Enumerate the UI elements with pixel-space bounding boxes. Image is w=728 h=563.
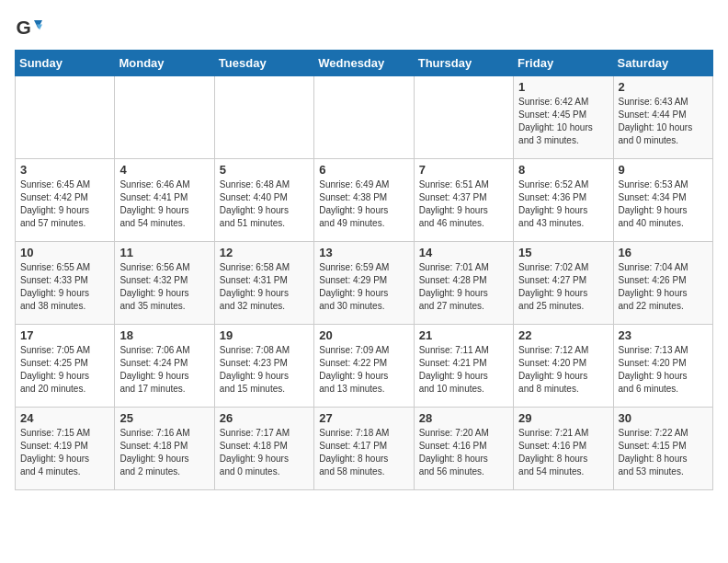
day-info: Sunrise: 6:48 AM Sunset: 4:40 PM Dayligh… — [220, 178, 309, 230]
calendar-week-2: 3Sunrise: 6:45 AM Sunset: 4:42 PM Daylig… — [16, 159, 713, 242]
calendar-cell: 15Sunrise: 7:02 AM Sunset: 4:27 PM Dayli… — [514, 242, 613, 325]
calendar-cell: 4Sunrise: 6:46 AM Sunset: 4:41 PM Daylig… — [115, 159, 214, 242]
calendar-cell: 5Sunrise: 6:48 AM Sunset: 4:40 PM Daylig… — [214, 159, 313, 242]
day-header-saturday: Saturday — [613, 51, 712, 76]
day-info: Sunrise: 7:01 AM Sunset: 4:28 PM Dayligh… — [419, 261, 508, 313]
day-info: Sunrise: 7:21 AM Sunset: 4:16 PM Dayligh… — [518, 427, 608, 478]
day-info: Sunrise: 6:45 AM Sunset: 4:42 PM Dayligh… — [20, 178, 109, 230]
day-number: 13 — [319, 246, 408, 259]
day-info: Sunrise: 7:16 AM Sunset: 4:18 PM Dayligh… — [119, 427, 209, 478]
calendar-cell: 16Sunrise: 7:04 AM Sunset: 4:26 PM Dayli… — [613, 242, 712, 325]
day-header-tuesday: Tuesday — [214, 51, 313, 76]
day-number: 15 — [518, 246, 608, 259]
calendar-cell: 11Sunrise: 6:56 AM Sunset: 4:32 PM Dayli… — [115, 242, 214, 325]
day-number: 20 — [319, 328, 408, 342]
day-header-wednesday: Wednesday — [314, 51, 414, 76]
day-info: Sunrise: 7:11 AM Sunset: 4:21 PM Dayligh… — [419, 344, 508, 396]
calendar-cell — [16, 76, 115, 159]
day-header-monday: Monday — [115, 51, 214, 76]
day-number: 21 — [419, 328, 508, 342]
calendar-week-5: 24Sunrise: 7:15 AM Sunset: 4:19 PM Dayli… — [16, 408, 713, 490]
day-info: Sunrise: 6:55 AM Sunset: 4:33 PM Dayligh… — [20, 261, 109, 313]
day-number: 24 — [20, 411, 109, 425]
day-number: 25 — [119, 411, 209, 425]
calendar-header-row: SundayMondayTuesdayWednesdayThursdayFrid… — [16, 51, 713, 76]
day-info: Sunrise: 6:53 AM Sunset: 4:34 PM Dayligh… — [619, 178, 708, 230]
day-number: 18 — [119, 328, 209, 342]
day-number: 11 — [119, 246, 209, 259]
calendar-cell: 13Sunrise: 6:59 AM Sunset: 4:29 PM Dayli… — [314, 242, 414, 325]
day-number: 12 — [220, 246, 309, 259]
day-info: Sunrise: 7:04 AM Sunset: 4:26 PM Dayligh… — [619, 261, 708, 313]
day-number: 14 — [419, 246, 508, 259]
calendar-cell: 12Sunrise: 6:58 AM Sunset: 4:31 PM Dayli… — [214, 242, 313, 325]
day-number: 16 — [619, 246, 708, 259]
calendar-cell: 28Sunrise: 7:20 AM Sunset: 4:16 PM Dayli… — [414, 408, 513, 490]
calendar-cell: 17Sunrise: 7:05 AM Sunset: 4:25 PM Dayli… — [16, 325, 115, 408]
calendar-cell: 19Sunrise: 7:08 AM Sunset: 4:23 PM Dayli… — [214, 325, 313, 408]
day-number: 4 — [119, 163, 209, 177]
calendar-week-1: 1Sunrise: 6:42 AM Sunset: 4:45 PM Daylig… — [16, 76, 713, 159]
day-info: Sunrise: 7:12 AM Sunset: 4:20 PM Dayligh… — [518, 344, 608, 396]
calendar-cell: 27Sunrise: 7:18 AM Sunset: 4:17 PM Dayli… — [314, 408, 414, 490]
svg-text:G: G — [17, 17, 31, 38]
day-number: 8 — [518, 163, 608, 177]
day-number: 26 — [220, 411, 309, 425]
day-info: Sunrise: 7:15 AM Sunset: 4:19 PM Dayligh… — [20, 427, 109, 478]
day-info: Sunrise: 6:46 AM Sunset: 4:41 PM Dayligh… — [119, 178, 209, 230]
day-info: Sunrise: 7:13 AM Sunset: 4:20 PM Dayligh… — [619, 344, 708, 396]
day-info: Sunrise: 6:42 AM Sunset: 4:45 PM Dayligh… — [518, 96, 608, 147]
day-info: Sunrise: 7:17 AM Sunset: 4:18 PM Dayligh… — [220, 427, 309, 478]
day-number: 30 — [619, 411, 708, 425]
day-number: 6 — [319, 163, 408, 177]
day-info: Sunrise: 6:43 AM Sunset: 4:44 PM Dayligh… — [619, 96, 708, 147]
day-info: Sunrise: 7:02 AM Sunset: 4:27 PM Dayligh… — [518, 261, 608, 313]
calendar-cell: 3Sunrise: 6:45 AM Sunset: 4:42 PM Daylig… — [16, 159, 115, 242]
calendar-cell: 29Sunrise: 7:21 AM Sunset: 4:16 PM Dayli… — [514, 408, 613, 490]
calendar-cell — [214, 76, 313, 159]
logo: G — [15, 15, 46, 42]
calendar-cell: 6Sunrise: 6:49 AM Sunset: 4:38 PM Daylig… — [314, 159, 414, 242]
calendar-cell: 7Sunrise: 6:51 AM Sunset: 4:37 PM Daylig… — [414, 159, 513, 242]
calendar-cell: 1Sunrise: 6:42 AM Sunset: 4:45 PM Daylig… — [514, 76, 613, 159]
day-number: 5 — [220, 163, 309, 177]
day-number: 7 — [419, 163, 508, 177]
day-number: 29 — [518, 411, 608, 425]
calendar-cell: 2Sunrise: 6:43 AM Sunset: 4:44 PM Daylig… — [613, 76, 712, 159]
day-number: 10 — [20, 246, 109, 259]
day-number: 28 — [419, 411, 508, 425]
day-info: Sunrise: 7:09 AM Sunset: 4:22 PM Dayligh… — [319, 344, 408, 396]
calendar-cell: 23Sunrise: 7:13 AM Sunset: 4:20 PM Dayli… — [613, 325, 712, 408]
day-info: Sunrise: 6:52 AM Sunset: 4:36 PM Dayligh… — [518, 178, 608, 230]
calendar-cell: 22Sunrise: 7:12 AM Sunset: 4:20 PM Dayli… — [514, 325, 613, 408]
day-info: Sunrise: 6:49 AM Sunset: 4:38 PM Dayligh… — [319, 178, 408, 230]
calendar-cell: 24Sunrise: 7:15 AM Sunset: 4:19 PM Dayli… — [16, 408, 115, 490]
day-info: Sunrise: 6:56 AM Sunset: 4:32 PM Dayligh… — [119, 261, 209, 313]
day-info: Sunrise: 7:06 AM Sunset: 4:24 PM Dayligh… — [119, 344, 209, 396]
page-header: G — [15, 15, 713, 42]
day-info: Sunrise: 6:59 AM Sunset: 4:29 PM Dayligh… — [319, 261, 408, 313]
calendar-cell — [314, 76, 414, 159]
calendar-cell: 10Sunrise: 6:55 AM Sunset: 4:33 PM Dayli… — [16, 242, 115, 325]
day-info: Sunrise: 6:58 AM Sunset: 4:31 PM Dayligh… — [220, 261, 309, 313]
day-info: Sunrise: 7:20 AM Sunset: 4:16 PM Dayligh… — [419, 427, 508, 478]
day-info: Sunrise: 6:51 AM Sunset: 4:37 PM Dayligh… — [419, 178, 508, 230]
day-number: 1 — [518, 80, 608, 94]
day-header-thursday: Thursday — [414, 51, 513, 76]
calendar-cell: 25Sunrise: 7:16 AM Sunset: 4:18 PM Dayli… — [115, 408, 214, 490]
day-info: Sunrise: 7:22 AM Sunset: 4:15 PM Dayligh… — [619, 427, 708, 478]
day-number: 3 — [20, 163, 109, 177]
day-header-sunday: Sunday — [16, 51, 115, 76]
calendar-cell: 14Sunrise: 7:01 AM Sunset: 4:28 PM Dayli… — [414, 242, 513, 325]
day-info: Sunrise: 7:05 AM Sunset: 4:25 PM Dayligh… — [20, 344, 109, 396]
calendar-cell — [115, 76, 214, 159]
calendar-table: SundayMondayTuesdayWednesdayThursdayFrid… — [15, 50, 713, 490]
day-number: 9 — [619, 163, 708, 177]
calendar-cell: 20Sunrise: 7:09 AM Sunset: 4:22 PM Dayli… — [314, 325, 414, 408]
calendar-week-3: 10Sunrise: 6:55 AM Sunset: 4:33 PM Dayli… — [16, 242, 713, 325]
calendar-cell: 21Sunrise: 7:11 AM Sunset: 4:21 PM Dayli… — [414, 325, 513, 408]
calendar-cell: 9Sunrise: 6:53 AM Sunset: 4:34 PM Daylig… — [613, 159, 712, 242]
day-info: Sunrise: 7:18 AM Sunset: 4:17 PM Dayligh… — [319, 427, 408, 478]
logo-icon: G — [15, 15, 42, 42]
calendar-cell: 26Sunrise: 7:17 AM Sunset: 4:18 PM Dayli… — [214, 408, 313, 490]
